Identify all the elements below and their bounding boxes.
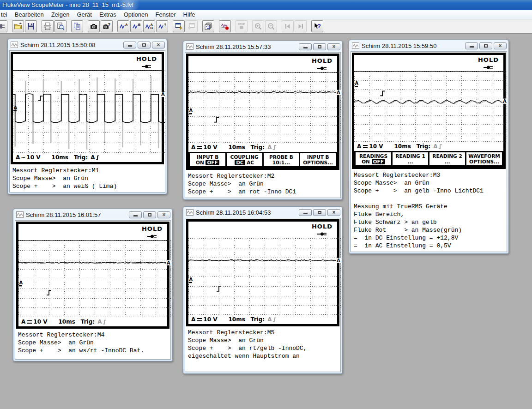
note-line: Fluke Rot > an Masse(grün) (354, 226, 504, 234)
close-button[interactable]: × (152, 42, 165, 48)
print-button[interactable] (42, 20, 54, 32)
window-titlebar[interactable]: Schirm 28.11.2015 15:59:50 × (349, 40, 508, 51)
get-from-device-button (186, 20, 198, 32)
send-to-device-button[interactable] (173, 20, 185, 32)
close-button[interactable]: × (157, 211, 170, 218)
svg-text:A: A (14, 105, 18, 110)
stop-button: STOP (236, 20, 248, 32)
minimize-button[interactable] (299, 209, 312, 216)
minimize-button[interactable] (129, 211, 142, 218)
note-line: Scope Masse> an Grün (18, 339, 168, 347)
menu-item-bearbeiten[interactable]: Bearbeiten (11, 10, 48, 19)
scope-window-m1[interactable]: Schirm 28.11.2015 15:50:08 × HOLD AA A~1… (7, 39, 167, 194)
close-button[interactable]: × (327, 43, 340, 50)
print-preview-button[interactable] (54, 20, 66, 32)
trigger-source: A (89, 154, 100, 161)
scope-window-m4[interactable]: Schirm 28.11.2015 16:01:57 × HOLD AA A10… (13, 209, 173, 361)
minimize-button[interactable] (465, 42, 478, 49)
window-body: HOLD AA A10 V10msTrig:A Messort Reglerst… (185, 218, 341, 372)
scope-readout: A10 V10msTrig:A (18, 317, 167, 326)
trigger-source: A (266, 144, 277, 150)
note-line: Scope + > an ws/rt -InnoDC Bat. (18, 347, 168, 355)
dc-coupling-icon (197, 145, 202, 150)
waveform-plot: AA (188, 72, 341, 143)
softkey-input-b: INPUT BOPTIONS... (300, 153, 336, 166)
menu-item-optionen[interactable]: Optionen (120, 10, 152, 19)
note-line: Messort Reglerstecker:M4 (18, 331, 168, 339)
svg-text:A: A (503, 99, 507, 104)
app-titlebar[interactable]: FlukeView ScopeMeter - inno 28_11_15_m1-… (0, 0, 532, 10)
screenshot-query-button[interactable]: ? (101, 20, 113, 32)
note-line: Messung mit TrueRMS Geräte (354, 203, 504, 211)
save-button[interactable] (25, 20, 37, 32)
window-title: Schirm 28.11.2015 16:01:57 (26, 211, 129, 218)
menu-item-extras[interactable]: Extras (96, 10, 120, 19)
menubar: teiBearbeitenZeigenGerätExtrasOptionenFe… (0, 10, 532, 19)
waveform-b-button[interactable]: B (130, 20, 142, 32)
softkey-row: READINGSON OFFREADING 1...READING 2...WA… (354, 151, 503, 167)
svg-text:A: A (337, 90, 340, 95)
trigger-source: A (266, 316, 277, 323)
scope-screen: HOLD AA A~10 V10msTrig:A (11, 52, 164, 164)
note-line: Messort Reglerstecker:M1 (12, 167, 162, 174)
replay-screens-button[interactable] (202, 20, 214, 32)
softkey-row: INPUT BON OFFCOUPLINGDC ACPROBE B10:1...… (188, 152, 337, 168)
window-body: HOLD AA A10 V10msTrig:A Messort Reglerst… (15, 220, 171, 360)
zoom-out-button (265, 20, 277, 32)
close-button[interactable]: × (327, 209, 340, 216)
hold-label: HOLD (136, 55, 157, 62)
app-title: FlukeView ScopeMeter - inno 28_11_15_m1-… (2, 1, 133, 8)
record-button[interactable] (219, 20, 231, 32)
scope-window-m3[interactable]: Schirm 28.11.2015 15:59:50 × HOLD AA A10… (349, 40, 509, 254)
maximize-button[interactable] (313, 209, 326, 216)
dc-coupling-icon (27, 320, 32, 324)
measurement-notes: Messort Reglerstecker:M5Scope Masse> an … (186, 326, 339, 371)
waveform-query-button[interactable]: ? (156, 20, 168, 32)
menu-item-fenster[interactable]: Fenster (152, 10, 180, 19)
window-titlebar[interactable]: Schirm 28.11.2015 16:01:57 × (13, 209, 172, 220)
minimize-button[interactable] (299, 43, 312, 50)
probe-plug-icon (483, 65, 493, 70)
scope-window-m2[interactable]: Schirm 28.11.2015 15:57:33 × HOLD AA A10… (183, 41, 343, 200)
scope-document-icon (186, 209, 193, 216)
waveform-a-button[interactable]: A (117, 20, 129, 32)
help-button[interactable]: ? (311, 20, 323, 32)
softkey-readings: READINGSON OFF (356, 152, 391, 165)
menu-item-tei[interactable]: tei (0, 10, 11, 19)
svg-text:STOP: STOP (238, 23, 245, 25)
maximize-button[interactable] (479, 42, 492, 49)
measurement-notes: Messort Reglerstecker:M4Scope Masse> an … (16, 329, 169, 358)
scope-readout: A10 V10msTrig:A (188, 143, 337, 152)
window-titlebar[interactable]: Schirm 28.11.2015 15:57:33 × (183, 41, 342, 52)
scope-window-m5[interactable]: Schirm 28.11.2015 16:04:53 × HOLD AA A10… (183, 206, 343, 374)
open-folder-button[interactable] (12, 20, 24, 32)
prev-screen-button (282, 20, 294, 32)
probe-plug-icon (141, 64, 151, 69)
scope-readout: A10 V10msTrig:A (354, 142, 503, 151)
menu-item-ger-t[interactable]: Gerät (73, 10, 96, 19)
dc-coupling-icon (197, 318, 202, 322)
zoom-in-button (252, 20, 264, 32)
minimize-button[interactable] (123, 42, 136, 48)
window-titlebar[interactable]: Schirm 28.11.2015 15:50:08 × (8, 39, 167, 50)
maximize-button[interactable] (313, 43, 326, 50)
note-line: Scope Masse> an Grün (188, 337, 338, 344)
window-body: HOLD AA A10 V10msTrig:A INPUT BON OFFCOU… (185, 52, 341, 198)
window-titlebar[interactable]: Schirm 28.11.2015 16:04:53 × (183, 207, 342, 218)
note-line: = in AC Einstellung = 0,5V (354, 242, 504, 250)
maximize-button[interactable] (143, 211, 156, 218)
screenshot-camera-button[interactable] (88, 20, 100, 32)
window-title: Schirm 28.11.2015 15:59:50 (362, 42, 465, 49)
svg-text:A: A (337, 258, 340, 263)
connect-button[interactable] (0, 20, 7, 32)
copy-button[interactable] (71, 20, 83, 32)
scope-readout: A~10 V10msTrig:A (13, 153, 162, 162)
menu-item-zeigen[interactable]: Zeigen (48, 10, 73, 19)
close-button[interactable]: × (494, 42, 507, 49)
note-line: Fluke Bereich, (354, 211, 504, 218)
waveform-ab-button[interactable]: AB (143, 20, 155, 32)
waveform-plot: AA (354, 72, 507, 142)
maximize-button[interactable] (138, 42, 151, 48)
menu-item-hilfe[interactable]: Hilfe (180, 10, 199, 19)
note-line: Scope + > an rot -Inno DC1 (188, 188, 338, 196)
